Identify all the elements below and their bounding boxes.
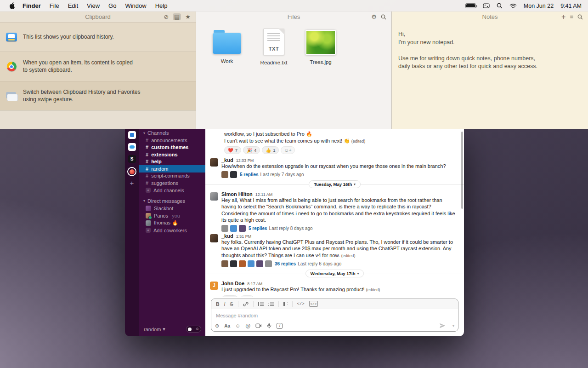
dm-thomas[interactable]: thomas 🔥 (139, 219, 205, 227)
clipboard-hint-open[interactable]: When you open an item, its content is co… (0, 52, 196, 81)
send-button[interactable] (439, 323, 446, 328)
strikethrough-icon[interactable]: S (230, 301, 233, 307)
video-clip-icon[interactable] (255, 323, 262, 328)
sidebar-channel-suggestions[interactable]: # suggestions (139, 179, 205, 187)
notes-editor[interactable]: Hi, I'm your new notepad. Use me for wri… (392, 22, 588, 71)
add-reaction-icon[interactable]: ☺+ (240, 295, 254, 297)
attach-plus-icon[interactable]: ⊕ (215, 323, 219, 329)
workspace-icon-1[interactable] (128, 131, 136, 139)
message-author[interactable]: John Doe (221, 281, 244, 286)
message-list[interactable]: workflow, so I just subscribed to Pro 🔥 … (205, 129, 464, 297)
sidebar-channel-extensions[interactable]: # extensions (139, 151, 205, 158)
reaction-tada[interactable]: 🎉4 (221, 295, 238, 297)
thread-summary[interactable]: 5 replies Last reply 8 days ago (221, 225, 457, 232)
search-icon[interactable] (577, 14, 583, 20)
notes-list-icon[interactable]: ≡ (570, 13, 573, 20)
thread-replies-link[interactable]: 5 replies (249, 226, 267, 231)
sidebar-channel-custom-themes[interactable]: # custom-themes (139, 144, 205, 151)
mention-icon[interactable]: @ (245, 323, 250, 328)
message-kud-2[interactable]: _kud 1:51 PM hey folks. Currently having… (205, 232, 464, 267)
add-channels-button[interactable]: + Add channels (139, 187, 205, 194)
message-timestamp[interactable]: 1:51 PM (236, 234, 252, 239)
sidebar-channel-help[interactable]: # help (139, 158, 205, 166)
message-author[interactable]: Simon Hilton (221, 191, 253, 197)
gear-icon[interactable]: ⚙ (371, 13, 377, 20)
block-icon[interactable]: ⊘ (164, 13, 169, 20)
message-kud-1[interactable]: _kud 12:03 PM How/when do the extension … (205, 156, 464, 178)
bullet-list-icon[interactable] (268, 302, 274, 306)
emoji-picker-icon[interactable]: ☺ (235, 323, 240, 328)
thread-summary[interactable]: 36 replies Last reply 6 days ago (221, 260, 457, 267)
wifi-icon[interactable] (509, 3, 517, 9)
message-john[interactable]: J John Doe 8:17 AM I just upgraded to th… (205, 279, 464, 297)
new-note-icon[interactable]: + (561, 14, 565, 20)
clipboard-hint-history[interactable]: This list shows your clipboard history. (0, 22, 196, 52)
reaction-heart[interactable]: ❤️7 (224, 146, 241, 154)
thread-replies-link[interactable]: 36 replies (275, 261, 296, 266)
sidebar-channel-random-active[interactable]: # random (139, 165, 205, 172)
menubar-clock[interactable]: 9:41 AM (560, 3, 582, 9)
file-item-trees[interactable]: Trees.jpg (303, 29, 339, 65)
add-coworkers-button[interactable]: + Add coworkers (139, 227, 205, 234)
spotlight-search-icon[interactable] (497, 3, 503, 9)
reaction-tada[interactable]: 🎉4 (243, 146, 260, 154)
avatar[interactable] (210, 158, 218, 167)
message-author[interactable]: _kud (221, 233, 233, 239)
blockquote-icon[interactable] (283, 302, 288, 306)
dm-panos[interactable]: Panos you (139, 212, 205, 219)
message-author[interactable]: _kud (221, 157, 233, 163)
file-item-work[interactable]: Work (209, 29, 245, 65)
menubar-date[interactable]: Mon Jun 22 (524, 3, 554, 9)
sidebar-channel-script-commands[interactable]: # script-commands (139, 172, 205, 180)
send-options-chevron-icon[interactable]: ▾ (452, 324, 454, 328)
italic-icon[interactable]: I (224, 301, 226, 307)
menu-file[interactable]: File (50, 2, 59, 9)
menu-help[interactable]: Help (155, 2, 168, 9)
channels-section-header[interactable]: ▾ Channels (139, 129, 205, 137)
message-timestamp[interactable]: 8:17 AM (247, 282, 262, 286)
dm-slackbot[interactable]: Slackbot (139, 205, 205, 212)
workspace-icon-s[interactable]: S (128, 155, 136, 163)
message-timestamp[interactable]: 12:03 PM (236, 158, 254, 163)
message-input[interactable] (216, 313, 453, 318)
bold-icon[interactable]: B (216, 301, 220, 307)
reaction-thumbsup[interactable]: 👍1 (262, 146, 279, 154)
add-reaction-icon[interactable]: ☺+ (281, 146, 294, 154)
dm-section-header[interactable]: ▾ Direct messages (139, 197, 205, 205)
workspace-icon-raycast-active[interactable] (127, 167, 136, 176)
date-divider-pill[interactable]: Tuesday, May 16th ▾ (309, 180, 361, 188)
sidebar-channel-announcements[interactable]: # announcements (139, 137, 205, 144)
battery-icon[interactable] (465, 3, 476, 8)
menu-window[interactable]: Window (125, 2, 146, 9)
control-center-icon[interactable] (483, 3, 490, 8)
theme-toggle[interactable]: ☺ (186, 326, 201, 333)
menu-view[interactable]: View (87, 2, 100, 9)
link-icon[interactable] (243, 301, 249, 307)
clipboard-hint-swipe[interactable]: Switch between Clipboard History and Fav… (0, 81, 196, 110)
audio-clip-icon[interactable] (267, 323, 271, 328)
list-view-icon[interactable]: ▤ (173, 13, 181, 20)
date-divider-pill[interactable]: Wednesday, May 17th ▾ (305, 270, 364, 277)
format-toggle-icon[interactable]: Aa (224, 323, 230, 328)
file-item-readme[interactable]: TXT Readme.txt (256, 29, 292, 65)
scrollbar[interactable] (461, 132, 463, 209)
avatar[interactable] (210, 234, 218, 242)
search-icon[interactable] (381, 14, 386, 20)
inline-code-icon[interactable]: </> (297, 302, 305, 306)
favorites-star-icon[interactable]: ★ (185, 13, 191, 20)
message-composer[interactable]: B I S </> </> (211, 299, 458, 332)
ordered-list-icon[interactable] (258, 302, 264, 306)
menu-edit[interactable]: Edit (68, 2, 78, 9)
message-timestamp[interactable]: 12:11 AM (255, 192, 272, 197)
avatar[interactable] (210, 192, 218, 201)
shortcuts-icon[interactable]: / (277, 323, 283, 329)
menu-go[interactable]: Go (108, 2, 116, 9)
add-workspace-icon[interactable]: + (130, 180, 134, 186)
avatar[interactable]: J (210, 282, 218, 290)
code-block-icon[interactable]: </> (309, 301, 318, 307)
message-simon[interactable]: Simon Hilton 12:11 AM Hey all, What I mi… (205, 190, 464, 232)
message-continuation[interactable]: workflow, so I just subscribed to Pro 🔥 … (205, 129, 464, 144)
workspace-icon-2[interactable] (128, 143, 136, 151)
thread-summary[interactable]: 5 replies Last reply 7 days ago (221, 171, 457, 178)
thread-replies-link[interactable]: 5 replies (240, 172, 259, 177)
